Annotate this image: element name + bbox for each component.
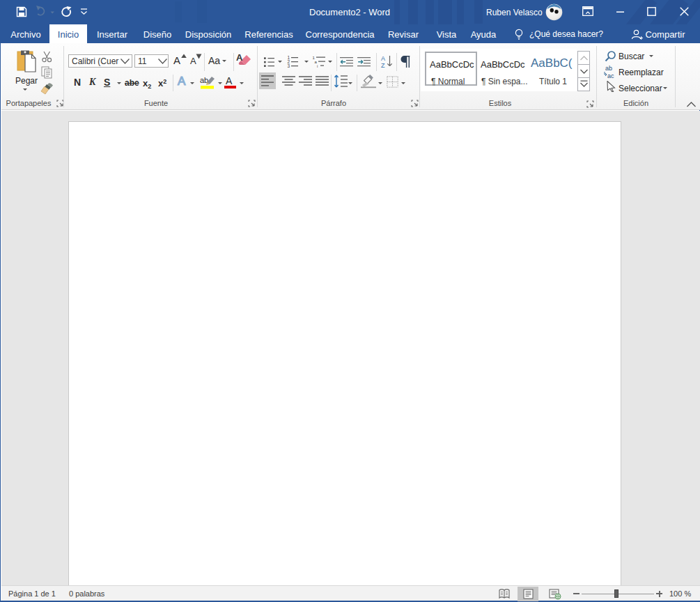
svg-text:A: A <box>381 55 385 62</box>
svg-text:A: A <box>236 52 243 63</box>
svg-text:ac: ac <box>607 72 614 79</box>
svg-text:ab: ab <box>605 65 612 72</box>
svg-text:i: i <box>317 64 318 68</box>
svg-text:Z: Z <box>381 62 385 68</box>
svg-text:3: 3 <box>288 63 290 68</box>
